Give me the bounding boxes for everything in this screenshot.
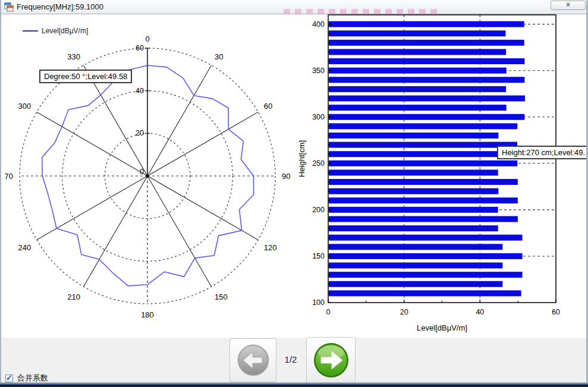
svg-text:240: 240 bbox=[18, 243, 32, 252]
polar-chart[interactable]: 03060901201501802102402703003300204060 bbox=[5, 14, 297, 338]
bar bbox=[329, 114, 524, 120]
bar bbox=[329, 290, 521, 296]
polar-legend: Level[dBµV/m] bbox=[23, 26, 88, 36]
svg-text:150: 150 bbox=[312, 252, 325, 260]
bar bbox=[329, 58, 524, 64]
bar bbox=[329, 133, 498, 139]
svg-text:60: 60 bbox=[264, 102, 272, 111]
svg-text:300: 300 bbox=[312, 113, 325, 121]
bar bbox=[329, 263, 502, 269]
dialog-window: Frequency[MHz]:59.1000 × 030609012015018… bbox=[0, 0, 588, 387]
bar bbox=[329, 77, 524, 83]
svg-text:60: 60 bbox=[552, 308, 560, 316]
bar bbox=[329, 96, 525, 102]
bar-series bbox=[329, 21, 525, 297]
bar bbox=[329, 142, 517, 148]
window-title: Frequency[MHz]:59.1000 bbox=[17, 2, 103, 11]
bar-chart[interactable]: 0204060100150200250300350400Level[dBµV/m… bbox=[297, 14, 587, 338]
svg-text:150: 150 bbox=[215, 292, 228, 301]
app-icon bbox=[4, 2, 14, 12]
merge-coefficient-checkbox[interactable]: ✓ bbox=[5, 375, 13, 382]
bar bbox=[329, 40, 524, 46]
bar bbox=[329, 151, 498, 157]
bar bbox=[329, 244, 502, 250]
bar bbox=[329, 161, 517, 166]
legend-label: Level[dBµV/m] bbox=[42, 27, 88, 35]
back-icon bbox=[236, 343, 271, 377]
page-indicator: 1/2 bbox=[278, 354, 304, 364]
svg-text:350: 350 bbox=[312, 67, 325, 75]
svg-text:270: 270 bbox=[5, 172, 13, 181]
svg-text:60: 60 bbox=[136, 44, 144, 52]
bar bbox=[329, 225, 498, 231]
svg-text:120: 120 bbox=[264, 243, 277, 252]
svg-text:400: 400 bbox=[312, 20, 325, 29]
bar bbox=[329, 123, 517, 129]
svg-text:40: 40 bbox=[136, 87, 144, 95]
svg-text:20: 20 bbox=[136, 129, 144, 137]
taskbar-edge bbox=[0, 385, 588, 387]
bar bbox=[329, 179, 518, 185]
checkmark-icon: ✓ bbox=[6, 373, 12, 382]
svg-text:330: 330 bbox=[67, 52, 80, 61]
bar bbox=[329, 30, 505, 36]
bar bbox=[329, 86, 506, 92]
svg-text:180: 180 bbox=[141, 310, 154, 319]
svg-text:90: 90 bbox=[282, 172, 290, 181]
close-icon: × bbox=[566, 1, 570, 9]
bar bbox=[329, 68, 507, 74]
svg-text:300: 300 bbox=[18, 102, 32, 111]
bar bbox=[329, 253, 523, 259]
bar bbox=[329, 49, 506, 55]
close-button[interactable]: × bbox=[551, 1, 586, 10]
bar bbox=[329, 216, 518, 222]
polar-tooltip-text: Degree:50 °;Level:49.58 bbox=[44, 72, 127, 81]
svg-text:0: 0 bbox=[326, 308, 331, 316]
bar bbox=[329, 272, 523, 278]
svg-text:250: 250 bbox=[312, 159, 325, 168]
bar bbox=[329, 169, 498, 175]
bar bbox=[329, 21, 524, 27]
svg-text:40: 40 bbox=[476, 308, 484, 316]
svg-text:0: 0 bbox=[145, 34, 149, 43]
bar bbox=[329, 105, 507, 111]
bar bbox=[329, 281, 502, 287]
bar bbox=[329, 207, 498, 213]
next-page-button[interactable] bbox=[306, 337, 356, 383]
legend-line-sample bbox=[23, 30, 38, 32]
polar-center-dot bbox=[146, 174, 149, 177]
background-window-text-artifact bbox=[284, 9, 437, 14]
bar-yaxis-label: Height[cm] bbox=[297, 140, 306, 177]
polar-tooltip: Degree:50 °;Level:49.58 bbox=[39, 70, 132, 83]
bar bbox=[329, 197, 518, 203]
svg-text:210: 210 bbox=[67, 292, 80, 301]
bar-tooltip-text: Height:270 cm;Level:49. bbox=[502, 148, 585, 157]
svg-text:30: 30 bbox=[215, 52, 223, 61]
bar bbox=[329, 235, 523, 241]
bar-xaxis-label: Level[dBµV/m] bbox=[417, 323, 467, 332]
bar bbox=[329, 188, 498, 194]
svg-text:0: 0 bbox=[140, 168, 144, 176]
bar-tooltip: Height:270 cm;Level:49. bbox=[497, 146, 588, 159]
window-border-left bbox=[0, 0, 1, 387]
svg-text:200: 200 bbox=[312, 206, 325, 214]
svg-text:20: 20 bbox=[400, 308, 408, 316]
svg-text:100: 100 bbox=[312, 298, 325, 307]
previous-page-button[interactable] bbox=[229, 338, 276, 382]
forward-icon bbox=[313, 342, 350, 379]
